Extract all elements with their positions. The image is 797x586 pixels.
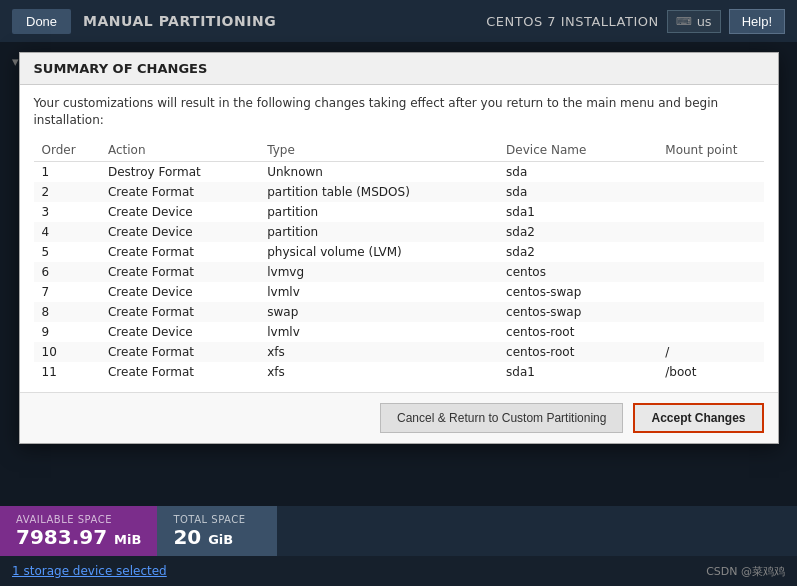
cell-type: partition table (MSDOS) (259, 182, 498, 202)
modal-dialog: SUMMARY OF CHANGES Your customizations w… (19, 52, 779, 444)
cell-order: 7 (34, 282, 100, 302)
help-button[interactable]: Help! (729, 9, 785, 34)
bottom-bar: AVAILABLE SPACE 7983.97 MiB TOTAL SPACE … (0, 506, 797, 556)
cell-action: Create Format (100, 302, 259, 322)
done-button[interactable]: Done (12, 9, 71, 34)
table-row: 4 Create Device partition sda2 (34, 222, 764, 242)
cell-device: sda (498, 182, 657, 202)
csdn-badge: CSDN @菜鸡鸡 (706, 564, 785, 579)
table-row: 1 Destroy Format Unknown sda (34, 161, 764, 182)
top-bar-right: CENTOS 7 INSTALLATION ⌨ us Help! (486, 9, 785, 34)
cell-action: Create Format (100, 182, 259, 202)
available-space-block: AVAILABLE SPACE 7983.97 MiB (0, 506, 157, 556)
modal-overlay: SUMMARY OF CHANGES Your customizations w… (0, 42, 797, 506)
cell-type: partition (259, 202, 498, 222)
app-title: MANUAL PARTITIONING (83, 13, 276, 29)
available-unit: MiB (114, 532, 141, 547)
cell-device: sda1 (498, 362, 657, 382)
cell-order: 3 (34, 202, 100, 222)
cell-action: Create Device (100, 282, 259, 302)
cell-device: centos-root (498, 342, 657, 362)
cell-device: centos-root (498, 322, 657, 342)
table-row: 7 Create Device lvmlv centos-swap (34, 282, 764, 302)
cell-order: 9 (34, 322, 100, 342)
available-space-value: 7983.97 MiB (16, 525, 141, 549)
cell-type: lvmlv (259, 282, 498, 302)
cell-action: Create Format (100, 262, 259, 282)
cell-mount (657, 322, 763, 342)
cell-order: 8 (34, 302, 100, 322)
table-row: 11 Create Format xfs sda1 /boot (34, 362, 764, 382)
cell-device: centos-swap (498, 302, 657, 322)
cell-device: sda1 (498, 202, 657, 222)
total-unit: GiB (208, 532, 233, 547)
cell-type: lvmvg (259, 262, 498, 282)
cell-action: Destroy Format (100, 161, 259, 182)
table-row: 5 Create Format physical volume (LVM) sd… (34, 242, 764, 262)
cell-type: lvmlv (259, 322, 498, 342)
cell-order: 6 (34, 262, 100, 282)
modal-body: Your customizations will result in the f… (20, 85, 778, 392)
cell-type: swap (259, 302, 498, 322)
cell-type: physical volume (LVM) (259, 242, 498, 262)
cell-mount (657, 202, 763, 222)
cell-order: 1 (34, 161, 100, 182)
cell-action: Create Format (100, 342, 259, 362)
cell-device: centos-swap (498, 282, 657, 302)
page-layout: Done MANUAL PARTITIONING CENTOS 7 INSTAL… (0, 0, 797, 586)
cell-action: Create Device (100, 322, 259, 342)
top-bar-left: Done MANUAL PARTITIONING (12, 9, 276, 34)
table-row: 9 Create Device lvmlv centos-root (34, 322, 764, 342)
modal-title: SUMMARY OF CHANGES (34, 61, 208, 76)
top-bar: Done MANUAL PARTITIONING CENTOS 7 INSTAL… (0, 0, 797, 42)
storage-link[interactable]: 1 storage device selected (12, 564, 167, 578)
cell-type: xfs (259, 342, 498, 362)
col-device: Device Name (498, 139, 657, 162)
bg-content: ▾ New CentOS 7 Installation centos-swap … (0, 42, 797, 506)
modal-description: Your customizations will result in the f… (34, 95, 764, 129)
cell-type: partition (259, 222, 498, 242)
col-mount: Mount point (657, 139, 763, 162)
installation-title: CENTOS 7 INSTALLATION (486, 14, 659, 29)
cancel-button[interactable]: Cancel & Return to Custom Partitioning (380, 403, 623, 433)
col-type: Type (259, 139, 498, 162)
cell-type: Unknown (259, 161, 498, 182)
cell-order: 4 (34, 222, 100, 242)
cell-mount (657, 161, 763, 182)
cell-order: 11 (34, 362, 100, 382)
cell-mount (657, 182, 763, 202)
total-space-label: TOTAL SPACE (173, 514, 261, 525)
cell-type: xfs (259, 362, 498, 382)
col-action: Action (100, 139, 259, 162)
status-bar: 1 storage device selected CSDN @菜鸡鸡 (0, 556, 797, 586)
cell-mount (657, 242, 763, 262)
modal-header: SUMMARY OF CHANGES (20, 53, 778, 85)
cell-action: Create Device (100, 202, 259, 222)
modal-footer: Cancel & Return to Custom Partitioning A… (20, 392, 778, 443)
table-row: 10 Create Format xfs centos-root / (34, 342, 764, 362)
cell-mount (657, 262, 763, 282)
cell-order: 5 (34, 242, 100, 262)
available-space-label: AVAILABLE SPACE (16, 514, 141, 525)
accept-button[interactable]: Accept Changes (633, 403, 763, 433)
cell-device: centos (498, 262, 657, 282)
cell-device: sda (498, 161, 657, 182)
cell-mount: / (657, 342, 763, 362)
changes-table: Order Action Type Device Name Mount poin… (34, 139, 764, 382)
cell-mount: /boot (657, 362, 763, 382)
col-order: Order (34, 139, 100, 162)
cell-device: sda2 (498, 242, 657, 262)
cell-order: 10 (34, 342, 100, 362)
total-space-block: TOTAL SPACE 20 GiB (157, 506, 277, 556)
total-space-value: 20 GiB (173, 525, 261, 549)
cell-mount (657, 282, 763, 302)
table-header-row: Order Action Type Device Name Mount poin… (34, 139, 764, 162)
table-row: 8 Create Format swap centos-swap (34, 302, 764, 322)
keyboard-icon: ⌨ (676, 15, 692, 28)
cell-action: Create Device (100, 222, 259, 242)
cell-mount (657, 222, 763, 242)
table-row: 2 Create Format partition table (MSDOS) … (34, 182, 764, 202)
table-row: 3 Create Device partition sda1 (34, 202, 764, 222)
cell-order: 2 (34, 182, 100, 202)
keyboard-input[interactable]: ⌨ us (667, 10, 721, 33)
